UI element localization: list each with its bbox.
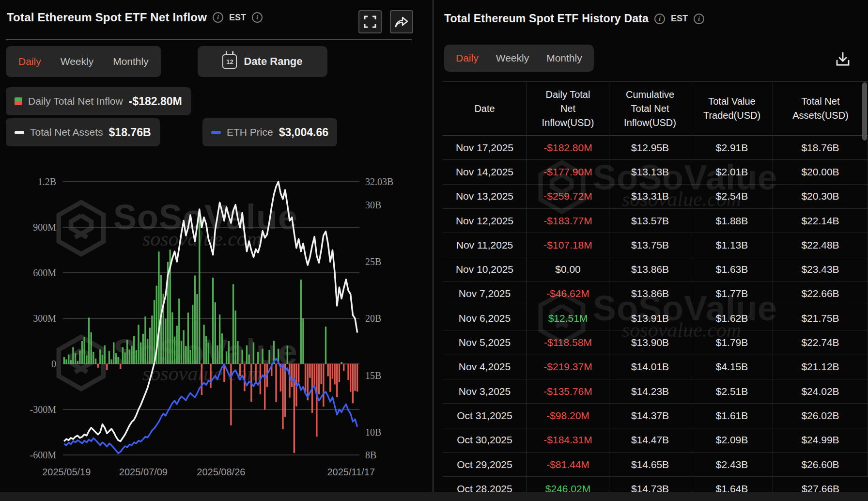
legend-eth-chip[interactable]: ETH Price $3,004.66: [202, 118, 337, 146]
row-date: Nov 14,2025: [443, 160, 527, 184]
inflow-bar: [210, 364, 211, 388]
inflow-bar: [334, 364, 335, 385]
inflow-bar: [189, 350, 191, 364]
inflow-bar: [142, 334, 144, 364]
info-icon[interactable]: i: [213, 12, 223, 23]
share-button[interactable]: [390, 10, 413, 33]
inflow-bar: [95, 359, 96, 364]
date-range-button[interactable]: 12 Date Range: [198, 46, 327, 77]
inflow-bar: [246, 345, 248, 364]
inflow-bar: [257, 352, 259, 364]
inflow-bar: [194, 276, 196, 364]
column-header-0: Date: [443, 82, 527, 136]
inflow-bar: [300, 280, 302, 364]
y-axis-left-label: 1.2B: [38, 176, 56, 187]
inflow-bar: [255, 364, 256, 382]
row-date: Nov 17,2025: [443, 136, 527, 160]
row-value: $20.00B: [773, 160, 868, 184]
row-value: $14.65B: [609, 453, 691, 477]
table-scrollbar[interactable]: [862, 82, 867, 141]
inflow-bar: [235, 311, 236, 364]
info-icon[interactable]: i: [694, 14, 704, 24]
inflow-bar: [212, 278, 214, 364]
inflow-bar: [219, 314, 220, 364]
inflow-bar: [205, 336, 207, 364]
inflow-bar: [356, 364, 358, 391]
fullscreen-button[interactable]: [358, 10, 382, 33]
tab-daily[interactable]: Daily: [18, 56, 41, 67]
inflow-bar: [217, 345, 218, 364]
legend-inflow-chip[interactable]: Daily Total Net Inflow -$182.80M: [6, 87, 191, 115]
inflow-bar: [154, 300, 155, 364]
inflow-bar: [196, 294, 198, 364]
inflow-bar: [284, 364, 286, 417]
inflow-bar: [133, 336, 135, 364]
inflow-bar: [192, 305, 193, 364]
row-value: $1.64B: [691, 477, 773, 492]
inflow-bar: [291, 364, 293, 387]
row-value: $22.74B: [773, 330, 868, 355]
inflow-bar: [332, 364, 333, 379]
table-header-row: DateDaily Total Net Inflow(USD)Cumulativ…: [443, 82, 868, 136]
inflow-chart[interactable]: SoSoValue sosovalue.com SoSoValue sosova…: [0, 170, 433, 489]
inflow-bar: [174, 337, 175, 364]
inflow-bar: [323, 364, 324, 407]
tab-weekly[interactable]: Weekly: [61, 56, 93, 67]
row-value: -$177.90M: [527, 160, 609, 184]
legend-tna-chip[interactable]: Total Net Assets $18.76B: [6, 118, 160, 146]
inflow-bar: [226, 351, 227, 364]
tab-daily[interactable]: Daily: [456, 52, 479, 64]
row-date: Oct 30,2025: [443, 428, 527, 453]
history-data-panel: Total Ethereum Spot ETF History Data i E…: [434, 0, 868, 492]
inflow-bar: [268, 350, 270, 364]
inflow-bar: [341, 362, 342, 364]
tab-monthly[interactable]: Monthly: [113, 56, 149, 67]
row-value: $13.13B: [609, 160, 691, 184]
inflow-bar: [325, 327, 326, 364]
row-value: $26.60B: [773, 453, 868, 477]
inflow-bar: [171, 312, 173, 364]
chart-canvas[interactable]: 1.2B900M600M300M0-300M-600M32.03B30B25B2…: [0, 170, 433, 489]
inflow-bar: [208, 343, 209, 364]
inflow-bar: [149, 328, 151, 364]
tab-weekly[interactable]: Weekly: [496, 52, 529, 64]
row-date: Nov 12,2025: [443, 209, 527, 233]
row-value: $21.12B: [773, 355, 868, 379]
row-value: $21.75B: [773, 306, 868, 330]
tab-monthly[interactable]: Monthly: [546, 52, 582, 64]
inflow-bar: [93, 352, 94, 364]
inflow-bar: [72, 347, 74, 364]
inflow-bar: [138, 325, 139, 364]
inflow-bar: [230, 364, 232, 425]
info-icon[interactable]: i: [252, 12, 263, 23]
row-value: $1.77B: [691, 282, 773, 306]
inflow-bar: [215, 302, 216, 364]
row-value: $22.66B: [773, 282, 868, 306]
inflow-bar: [129, 349, 130, 364]
download-icon: [835, 51, 851, 67]
inflow-bar: [115, 353, 117, 364]
legend-eth-label: ETH Price: [227, 126, 273, 138]
table-body: Nov 17,2025-$182.80M$12.95B$2.91B$18.76B…: [443, 136, 868, 492]
inflow-bar: [158, 251, 159, 364]
inflow-bar: [120, 364, 121, 369]
inflow-bar: [140, 343, 141, 364]
fullscreen-icon: [364, 16, 376, 28]
y-axis-right-label: 8B: [365, 450, 376, 460]
row-value: $4.15B: [691, 355, 773, 379]
inflow-bar: [144, 316, 146, 364]
inflow-bar: [99, 349, 101, 364]
y-axis-right-label: 32.03B: [365, 176, 393, 187]
inflow-bar: [124, 353, 125, 364]
inflow-bar: [181, 341, 182, 364]
inflow-bar: [282, 364, 283, 429]
history-table[interactable]: DateDaily Total Net Inflow(USD)Cumulativ…: [443, 81, 868, 492]
inflow-bar: [275, 364, 277, 402]
row-value: $2.09B: [691, 428, 773, 453]
inflow-bar: [79, 350, 80, 364]
inflow-bar: [232, 284, 234, 364]
y-axis-right-label: 20B: [365, 313, 381, 324]
y-axis-left-label: -300M: [30, 404, 57, 415]
info-icon[interactable]: i: [654, 14, 665, 24]
download-button[interactable]: [832, 48, 853, 70]
